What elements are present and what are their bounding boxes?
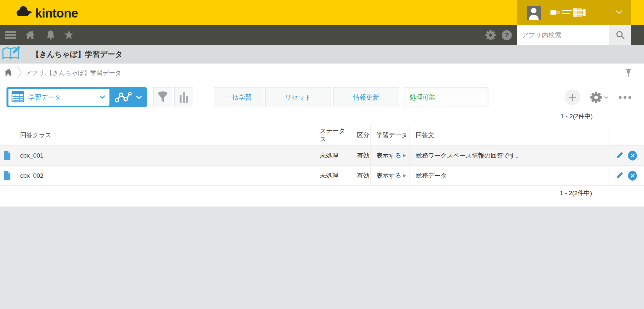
table-row: cbx_001 未処理 有効 表示する 総務ワークスペース情報の回答です。	[0, 145, 644, 165]
breadcrumb: アプリ:【きんちゃぼ】学習データ	[0, 64, 644, 82]
record-document-icon	[3, 171, 11, 181]
hamburger-menu-icon[interactable]	[5, 30, 16, 40]
search-input[interactable]	[517, 25, 609, 45]
table-header-row: 回答クラス ステータス 区分 学習データ 回答文	[0, 125, 644, 145]
user-name-redacted	[550, 6, 593, 20]
app-title: 【きんちゃぼ】学習データ	[32, 49, 123, 59]
bar-chart-icon	[179, 92, 189, 103]
topbar: kintone	[0, 0, 644, 25]
cell-answer-class[interactable]: cbx_001	[14, 146, 314, 165]
more-options-button[interactable]	[619, 96, 631, 99]
chevron-down-icon	[99, 94, 106, 100]
breadcrumb-separator-icon	[17, 65, 22, 81]
chevron-down-icon[interactable]	[615, 10, 623, 16]
app-book-icon	[2, 45, 22, 63]
record-cell[interactable]	[0, 166, 14, 185]
header-kubun[interactable]: 区分	[351, 125, 371, 145]
record-cell[interactable]	[0, 146, 14, 165]
header-status[interactable]: ステータス	[314, 125, 351, 145]
app-header: 【きんちゃぼ】学習データ	[0, 45, 644, 64]
cell-status: 未処理	[314, 166, 351, 185]
cell-answer-text: 総務データ	[410, 166, 609, 185]
delete-x-icon[interactable]	[628, 151, 637, 160]
graph-menu-button[interactable]	[109, 90, 147, 104]
batch-learn-button[interactable]: 一括学習	[214, 87, 263, 107]
line-chart-icon	[114, 90, 133, 104]
add-record-button[interactable]	[565, 89, 580, 105]
records-table: 回答クラス ステータス 区分 学習データ 回答文 cbx_001 未処理 有効	[0, 125, 644, 186]
filter-button[interactable]	[153, 87, 172, 107]
navbar-right: ?	[485, 25, 631, 45]
user-avatar[interactable]	[527, 6, 541, 20]
header-answer-class[interactable]: 回答クラス	[14, 125, 314, 145]
chevron-down-icon	[136, 95, 142, 99]
home-icon[interactable]	[25, 30, 35, 40]
cell-learning-data[interactable]: 表示する	[371, 146, 410, 165]
delete-x-icon[interactable]	[628, 171, 637, 181]
kintone-cloud-icon	[15, 5, 33, 21]
search-button[interactable]	[609, 25, 631, 45]
cell-actions	[609, 146, 644, 165]
person-icon	[527, 6, 541, 20]
info-update-button[interactable]: 情報更新	[333, 87, 399, 107]
view-settings-button[interactable]	[590, 91, 609, 103]
process-status-button[interactable]: 処理可能	[404, 87, 488, 107]
toolbar-right	[565, 89, 644, 105]
cell-status: 未処理	[314, 146, 351, 165]
expand-right-icon	[403, 174, 406, 177]
pagination-bottom[interactable]: 1 - 2(2件中)	[0, 189, 644, 198]
breadcrumb-home-icon[interactable]	[4, 68, 12, 77]
edit-pencil-icon[interactable]	[615, 171, 624, 181]
header-icon-cell	[0, 125, 14, 145]
cell-answer-class[interactable]: cbx_002	[14, 166, 314, 185]
view-selector[interactable]: 学習データ	[6, 87, 147, 107]
funnel-icon	[157, 91, 168, 103]
reset-button[interactable]: リセット	[265, 87, 331, 107]
content: アプリ:【きんちゃぼ】学習データ	[0, 64, 644, 207]
plus-icon	[568, 93, 577, 101]
help-icon[interactable]: ?	[502, 30, 512, 40]
cell-kubun: 有効	[351, 166, 371, 185]
header-actions-cell	[609, 125, 644, 145]
cell-learning-data[interactable]: 表示する	[371, 166, 410, 185]
view-selector-dropdown[interactable]: 学習データ	[8, 89, 109, 106]
table-view-icon	[11, 90, 24, 104]
bell-icon[interactable]	[46, 30, 55, 40]
edit-pencil-icon[interactable]	[615, 151, 624, 160]
chart-button[interactable]	[174, 87, 193, 107]
kintone-logo[interactable]: kintone	[15, 5, 78, 21]
page: kintone	[0, 0, 644, 309]
expand-right-icon	[403, 154, 406, 157]
pin-icon[interactable]	[625, 68, 632, 79]
pagination-top[interactable]: 1 - 2(2件中)	[0, 112, 644, 121]
star-icon[interactable]	[64, 30, 74, 40]
user-menu[interactable]	[517, 0, 631, 25]
cell-kubun: 有効	[351, 146, 371, 165]
cell-actions	[609, 166, 644, 185]
header-answer-text[interactable]: 回答文	[410, 125, 609, 145]
record-document-icon	[3, 151, 11, 160]
toolbar: 学習データ	[0, 87, 644, 107]
gear-icon	[590, 91, 602, 103]
breadcrumb-text[interactable]: アプリ:【きんちゃぼ】学習データ	[26, 69, 121, 77]
gear-icon[interactable]	[485, 30, 496, 41]
ellipsis-icon	[619, 96, 622, 99]
kintone-logo-text: kintone	[35, 6, 78, 20]
table-row: cbx_002 未処理 有効 表示する 総務データ	[0, 165, 644, 185]
navbar: ?	[0, 25, 644, 45]
cell-answer-text: 総務ワークスペース情報の回答です。	[410, 146, 609, 165]
view-selector-label: 学習データ	[28, 93, 99, 102]
header-learning-data[interactable]: 学習データ	[371, 125, 410, 145]
search-icon	[615, 30, 625, 40]
chevron-down-icon	[604, 96, 609, 99]
